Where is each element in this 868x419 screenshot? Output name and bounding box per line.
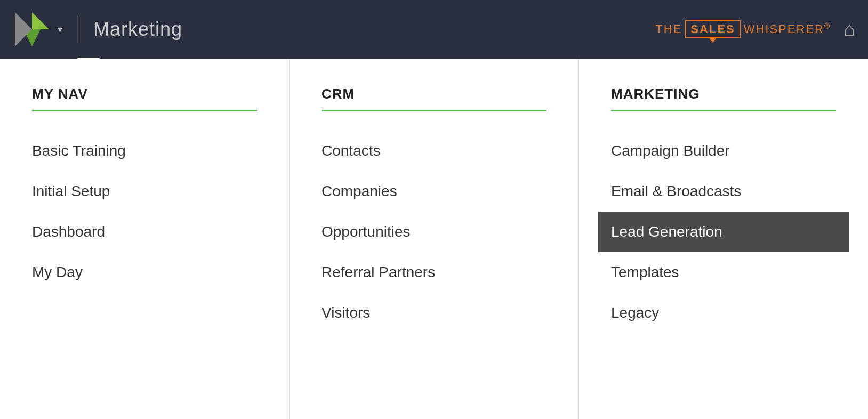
logo-area: ▾ (13, 10, 62, 49)
dropdown-menu: MY NAVBasic TrainingInitial SetupDashboa… (0, 59, 868, 419)
menu-item-lead-generation[interactable]: Lead Generation (598, 212, 849, 252)
brand-whisperer: WHISPERER® (744, 22, 831, 36)
home-icon[interactable]: ⌂ (843, 18, 855, 41)
brand-the: THE (655, 22, 682, 36)
marketing-heading: MARKETING (611, 86, 836, 102)
menu-column-crm: CRMContactsCompaniesOpportunitiesReferra… (290, 59, 579, 419)
menu-item-companies[interactable]: Companies (322, 171, 546, 212)
page-title: Marketing (93, 18, 182, 41)
my-nav-heading: MY NAV (32, 86, 257, 102)
app-logo (13, 10, 51, 49)
crm-divider (322, 110, 546, 111)
menu-item-campaign-builder[interactable]: Campaign Builder (611, 131, 836, 171)
brand-area: THE SALES WHISPERER® ⌂ (655, 18, 855, 41)
dropdown-triangle (77, 58, 100, 69)
brand-sales: SALES (685, 20, 740, 38)
crm-heading: CRM (322, 86, 546, 102)
svg-marker-0 (32, 12, 49, 29)
menu-item-legacy[interactable]: Legacy (611, 293, 836, 333)
menu-item-dashboard[interactable]: Dashboard (32, 212, 257, 252)
brand-logo: THE SALES WHISPERER® (655, 20, 831, 38)
header: ▾ Marketing THE SALES WHISPERER® ⌂ (0, 0, 868, 59)
menu-item-my-day[interactable]: My Day (32, 252, 257, 293)
menu-item-visitors[interactable]: Visitors (322, 293, 546, 333)
menu-column-my-nav: MY NAVBasic TrainingInitial SetupDashboa… (0, 59, 290, 419)
menu-item-contacts[interactable]: Contacts (322, 131, 546, 171)
menu-item-referral-partners[interactable]: Referral Partners (322, 252, 546, 293)
menu-item-templates[interactable]: Templates (611, 252, 836, 293)
menu-item-basic-training[interactable]: Basic Training (32, 131, 257, 171)
menu-item-opportunities[interactable]: Opportunities (322, 212, 546, 252)
menu-item-initial-setup[interactable]: Initial Setup (32, 171, 257, 212)
marketing-divider (611, 110, 836, 111)
menu-item-email-broadcasts[interactable]: Email & Broadcasts (611, 171, 836, 212)
my-nav-divider (32, 110, 257, 111)
menu-column-marketing: MARKETINGCampaign BuilderEmail & Broadca… (579, 59, 868, 419)
nav-dropdown-arrow[interactable]: ▾ (58, 23, 62, 35)
header-divider (77, 16, 78, 43)
